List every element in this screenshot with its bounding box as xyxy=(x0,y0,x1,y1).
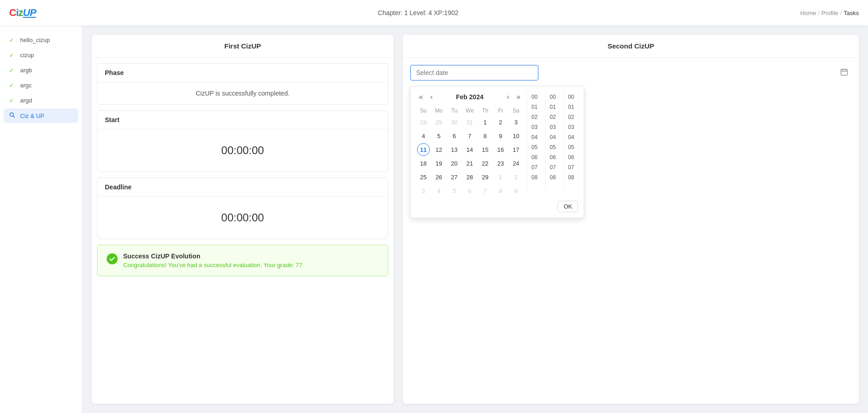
cal-day[interactable]: 13 xyxy=(448,143,461,156)
time-cell[interactable]: 06 xyxy=(546,152,560,162)
cal-day[interactable]: 10 xyxy=(510,129,522,142)
time-cell[interactable]: 06 xyxy=(527,152,542,162)
logo[interactable]: CizUP xyxy=(9,7,36,19)
start-label: Start xyxy=(98,111,388,129)
success-icon xyxy=(107,253,118,264)
chapter-info: Chapter: 1 Level: 4 XP:1902 xyxy=(36,9,800,16)
cal-day[interactable]: 29 xyxy=(479,171,492,183)
cal-day[interactable]: 6 xyxy=(463,184,476,197)
cal-day[interactable]: 11 xyxy=(417,143,430,156)
calendar-body: « ‹ Feb 2024 › » SuMoTuWeThFrSa 28293031… xyxy=(416,92,523,197)
deadline-label: Deadline xyxy=(98,178,388,197)
cal-day[interactable]: 24 xyxy=(510,157,522,170)
cal-day[interactable]: 23 xyxy=(494,157,507,170)
cal-day[interactable]: 21 xyxy=(463,157,476,170)
cal-with-time: « ‹ Feb 2024 › » SuMoTuWeThFrSa 28293031… xyxy=(416,92,578,197)
time-cell[interactable]: 05 xyxy=(527,142,542,152)
sidebar-item-ciz-up[interactable]: Ciz & UP xyxy=(4,108,78,123)
cal-day[interactable]: 1 xyxy=(479,116,492,129)
time-cell[interactable]: 08 xyxy=(546,172,560,182)
time-cell[interactable]: 03 xyxy=(564,122,578,132)
date-input[interactable] xyxy=(410,65,538,80)
time-cell[interactable]: 08 xyxy=(564,172,578,182)
time-cell[interactable]: 04 xyxy=(546,132,560,142)
time-cell[interactable]: 06 xyxy=(564,152,578,162)
time-cell[interactable]: 05 xyxy=(564,142,578,152)
success-text: Success CizUP Evolution Congratulations!… xyxy=(123,252,302,268)
second-panel: Second CizUP xyxy=(403,35,859,404)
day-header-tu: Tu xyxy=(447,106,461,116)
cal-day[interactable]: 22 xyxy=(479,157,492,170)
time-cell[interactable]: 02 xyxy=(527,112,542,122)
sidebar-item-argb[interactable]: ✓argb xyxy=(4,63,78,77)
time-cell[interactable]: 03 xyxy=(527,122,542,132)
cal-day[interactable]: 26 xyxy=(433,171,445,183)
cal-day[interactable]: 7 xyxy=(479,184,492,197)
day-header-we: We xyxy=(462,106,477,116)
time-cell[interactable]: 05 xyxy=(546,142,560,152)
time-cell[interactable]: 03 xyxy=(546,122,560,132)
cal-day[interactable]: 9 xyxy=(494,129,507,142)
time-cell[interactable]: 02 xyxy=(564,112,578,122)
time-cell[interactable]: 07 xyxy=(564,162,578,172)
check-icon: ✓ xyxy=(9,37,16,43)
cal-day[interactable]: 8 xyxy=(479,129,492,142)
cal-day[interactable]: 4 xyxy=(417,129,430,142)
cal-day[interactable]: 8 xyxy=(494,184,507,197)
cal-day[interactable]: 19 xyxy=(433,157,445,170)
time-cell[interactable]: 02 xyxy=(546,112,560,122)
cal-day[interactable]: 27 xyxy=(448,171,461,183)
prev-month-btn[interactable]: ‹ xyxy=(428,92,435,102)
sidebar-item-cizup[interactable]: ✓cizup xyxy=(4,48,78,62)
time-cell[interactable]: 01 xyxy=(564,102,578,112)
cal-day[interactable]: 1 xyxy=(494,171,507,183)
cal-day[interactable]: 7 xyxy=(463,129,476,142)
cal-day[interactable]: 9 xyxy=(510,184,522,197)
time-cell[interactable]: 08 xyxy=(527,172,542,182)
cal-day[interactable]: 6 xyxy=(448,129,461,142)
cal-day[interactable]: 5 xyxy=(433,129,445,142)
breadcrumb-profile[interactable]: Profile xyxy=(821,10,838,16)
cal-day[interactable]: 3 xyxy=(510,116,522,129)
prev-year-btn[interactable]: « xyxy=(416,92,426,102)
time-cell[interactable]: 01 xyxy=(546,102,560,112)
sidebar-item-label: Ciz & UP xyxy=(20,113,44,119)
cal-day[interactable]: 29 xyxy=(433,116,445,129)
cal-day[interactable]: 2 xyxy=(494,116,507,129)
cal-day[interactable]: 18 xyxy=(417,157,430,170)
breadcrumb-home[interactable]: Home xyxy=(800,10,816,16)
sidebar-item-argc[interactable]: ✓argc xyxy=(4,78,78,92)
time-cell[interactable]: 01 xyxy=(527,102,542,112)
cal-day[interactable]: 31 xyxy=(463,116,476,129)
sidebar-item-hello_cizup[interactable]: ✓hello_cizup xyxy=(4,33,78,47)
logo-c: C xyxy=(9,7,16,19)
cal-day[interactable]: 28 xyxy=(463,171,476,183)
time-cell[interactable]: 04 xyxy=(564,132,578,142)
cal-day[interactable]: 28 xyxy=(417,116,430,129)
cal-day[interactable]: 15 xyxy=(479,143,492,156)
date-input-wrap xyxy=(410,65,852,80)
cal-day[interactable]: 16 xyxy=(494,143,507,156)
next-month-btn[interactable]: › xyxy=(504,92,512,102)
time-cell[interactable]: 04 xyxy=(527,132,542,142)
time-cell[interactable]: 07 xyxy=(527,162,542,172)
time-cell[interactable]: 07 xyxy=(546,162,560,172)
cal-day[interactable]: 17 xyxy=(510,143,522,156)
time-cell[interactable]: 00 xyxy=(564,92,578,102)
ok-button[interactable]: OK xyxy=(558,201,578,212)
sidebar-item-argd[interactable]: ✓argd xyxy=(4,93,78,107)
cal-day[interactable]: 4 xyxy=(433,184,445,197)
cal-day[interactable]: 30 xyxy=(448,116,461,129)
time-cell[interactable]: 00 xyxy=(546,92,560,102)
cal-day[interactable]: 25 xyxy=(417,171,430,183)
cal-day[interactable]: 3 xyxy=(417,184,430,197)
cal-day[interactable]: 14 xyxy=(463,143,476,156)
time-cell[interactable]: 00 xyxy=(527,92,542,102)
cal-day[interactable]: 2 xyxy=(510,171,522,183)
cal-day[interactable]: 12 xyxy=(433,143,445,156)
cal-day[interactable]: 20 xyxy=(448,157,461,170)
cal-footer: OK xyxy=(416,201,578,212)
seconds-col: 000102030405060708 xyxy=(564,92,578,193)
next-year-btn[interactable]: » xyxy=(514,92,523,102)
cal-day[interactable]: 5 xyxy=(448,184,461,197)
